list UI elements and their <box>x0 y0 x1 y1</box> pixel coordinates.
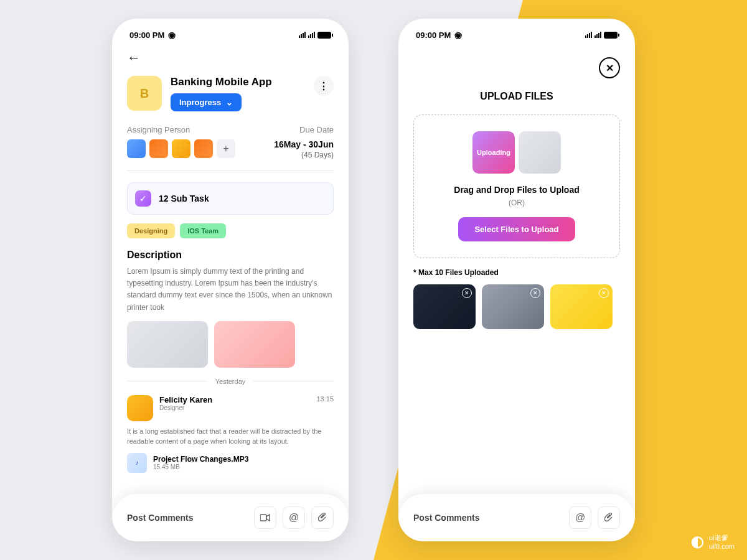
upload-title: UPLOAD FILES <box>413 91 620 102</box>
remove-file-button[interactable]: ✕ <box>462 288 472 298</box>
drop-zone[interactable]: Uploading Drag and Drop Files to Upload … <box>413 114 620 258</box>
close-button[interactable]: ✕ <box>599 57 620 78</box>
status-bar: 09:00 PM◉ <box>398 19 635 45</box>
drop-text: Drag and Drop Files to Upload <box>426 185 607 195</box>
watermark: ◐ ui老爹uil8.com <box>691 533 735 550</box>
tag-ios[interactable]: IOS Team <box>180 223 226 238</box>
battery-icon <box>317 32 331 39</box>
avatar[interactable] <box>194 139 213 158</box>
tag-designing[interactable]: Designing <box>127 223 175 238</box>
chevron-down-icon: ⌄ <box>226 98 233 107</box>
project-icon: B <box>127 76 162 111</box>
project-title: Banking Mobile App <box>171 76 305 88</box>
comment-text: It is a long established fact that a rea… <box>127 426 334 447</box>
upload-screen: 09:00 PM◉ ✕ UPLOAD FILES Uploading Drag … <box>398 19 635 541</box>
file-attachment[interactable]: ♪ Project Flow Changes.MP3 15.45 MB <box>127 453 334 473</box>
attachment-thumb[interactable] <box>127 321 208 368</box>
wifi-icon: ◉ <box>454 30 462 40</box>
description-title: Description <box>127 250 334 261</box>
comment-item: Felicity Karen Designer 13:15 <box>127 395 334 421</box>
attachment-thumb[interactable] <box>214 321 295 368</box>
status-dropdown[interactable]: Inprogress⌄ <box>171 93 242 111</box>
comment-time: 13:15 <box>316 395 334 411</box>
uploaded-file[interactable]: ✕ <box>413 284 476 329</box>
signal-icon <box>299 32 306 38</box>
uploading-tile: Uploading <box>472 131 515 174</box>
comment-role: Designer <box>159 404 212 411</box>
video-button[interactable] <box>254 506 276 529</box>
comment-author: Felicity Karen <box>159 395 212 404</box>
subtask-count: 12 Sub Task <box>159 194 209 203</box>
preview-tile <box>519 131 561 174</box>
comment-bar: Post Comments @ <box>398 494 635 541</box>
avatar[interactable] <box>127 139 146 158</box>
due-range: 16May - 30Jun <box>274 139 334 149</box>
day-divider: Yesterday <box>127 378 334 385</box>
more-button[interactable]: ⋮ <box>314 76 334 96</box>
attach-button[interactable] <box>598 506 620 529</box>
signal-icon <box>585 32 592 38</box>
signal-icon <box>594 32 601 38</box>
check-icon: ✓ <box>135 190 151 207</box>
subtask-card[interactable]: ✓ 12 Sub Task <box>127 182 334 215</box>
remove-file-button[interactable]: ✕ <box>599 288 609 298</box>
remove-file-button[interactable]: ✕ <box>530 288 540 298</box>
status-time: 09:00 PM <box>416 30 451 40</box>
avatar[interactable] <box>127 395 153 421</box>
uploaded-file[interactable]: ✕ <box>550 284 613 329</box>
comment-bar: Post Comments @ <box>112 494 349 541</box>
select-files-button[interactable]: Select Files to Upload <box>458 217 575 241</box>
due-days: (45 Days) <box>274 151 334 159</box>
battery-icon <box>604 32 618 39</box>
signal-icon <box>308 32 315 38</box>
due-label: Due Date <box>274 125 334 134</box>
mention-button[interactable]: @ <box>283 506 305 529</box>
back-button[interactable]: ← <box>127 50 334 66</box>
comment-input[interactable]: Post Comments <box>413 513 563 523</box>
status-time: 09:00 PM <box>129 30 164 40</box>
avatar[interactable] <box>149 139 168 158</box>
status-bar: 09:00 PM◉ <box>112 19 349 45</box>
max-files-note: * Max 10 Files Uploaded <box>413 268 620 277</box>
file-name: Project Flow Changes.MP3 <box>153 455 248 464</box>
avatar[interactable] <box>172 139 190 158</box>
attach-button[interactable] <box>311 506 334 529</box>
mention-button[interactable]: @ <box>569 506 591 529</box>
uploaded-file[interactable]: ✕ <box>482 284 544 329</box>
comment-input[interactable]: Post Comments <box>127 513 248 523</box>
description-text: Lorem Ipsum is simply dummy text of the … <box>127 266 334 314</box>
audio-file-icon: ♪ <box>127 453 147 473</box>
wifi-icon: ◉ <box>168 30 176 40</box>
assigning-label: Assigning Person <box>127 125 235 134</box>
or-text: (OR) <box>426 198 607 207</box>
svg-rect-0 <box>260 515 266 521</box>
task-detail-screen: 09:00 PM◉ ← B Banking Mobile App Inprogr… <box>112 19 349 541</box>
file-size: 15.45 MB <box>153 464 248 470</box>
add-person-button[interactable]: + <box>217 139 235 158</box>
